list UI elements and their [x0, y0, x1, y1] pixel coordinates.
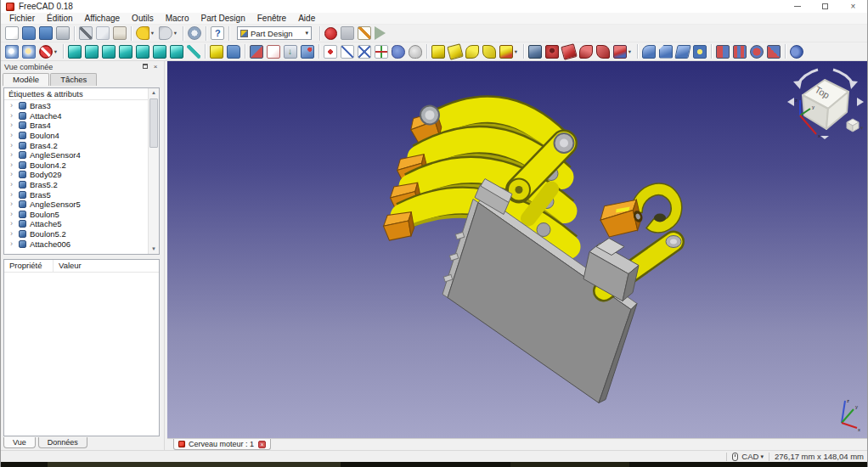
subtractive-pipe-button[interactable]: [595, 43, 611, 59]
close-button[interactable]: ×: [839, 0, 867, 13]
macro-record-button[interactable]: [324, 25, 338, 42]
nav-style-selector[interactable]: CAD: [741, 452, 758, 461]
menu-affichage[interactable]: Affichage: [79, 13, 127, 25]
measure-distance-button[interactable]: [186, 43, 201, 59]
expander-icon[interactable]: ›: [10, 191, 19, 199]
pad-button[interactable]: [431, 43, 446, 59]
expander-icon[interactable]: ›: [10, 230, 19, 238]
tree-item-boulon5[interactable]: ›Boulon5: [4, 210, 148, 220]
rotate-right-arrow-icon[interactable]: [849, 81, 858, 89]
menu-macro[interactable]: Macro: [160, 13, 195, 25]
edit-sketch-button[interactable]: [266, 43, 281, 59]
shape-binder-button[interactable]: [391, 43, 406, 59]
tree-item-attache5[interactable]: ›Attache5: [4, 219, 148, 229]
menu-part-design[interactable]: Part Design: [194, 13, 251, 25]
macro-play-button[interactable]: [374, 25, 386, 42]
scroll-down-icon[interactable]: ▼: [149, 245, 159, 254]
expander-icon[interactable]: ›: [10, 161, 19, 169]
tree-item-boulon4[interactable]: ›Boulon4: [4, 131, 148, 141]
minimize-button[interactable]: [783, 0, 811, 13]
tree-item-anglesensor4[interactable]: ›AngleSensor4: [4, 150, 148, 160]
print-button[interactable]: [55, 25, 70, 42]
tree-item-boulon4-2[interactable]: ›Boulon4.2: [4, 160, 148, 171]
redo-dropdown-icon[interactable]: ▾: [172, 30, 178, 37]
expander-icon[interactable]: ›: [10, 240, 19, 248]
menu-dition[interactable]: Édition: [41, 13, 79, 25]
expander-icon[interactable]: ›: [10, 132, 19, 139]
tree-item-bras5[interactable]: ›Bras5: [4, 189, 148, 200]
scrollbar-thumb[interactable]: [149, 98, 158, 148]
additive-pipe-button[interactable]: [482, 43, 497, 59]
3d-model[interactable]: [167, 61, 868, 438]
nav-cube-menu[interactable]: ▾: [847, 119, 864, 132]
open-file-button[interactable]: [21, 25, 37, 42]
nav-style-dropdown-icon[interactable]: ▾: [760, 453, 764, 460]
hole-button[interactable]: [544, 43, 560, 59]
property-tab-donn-es[interactable]: Données: [38, 437, 87, 448]
additive-primitive-button[interactable]: ▾: [499, 43, 520, 59]
draw-style-dropdown-icon[interactable]: ▾: [53, 48, 59, 55]
tree-item-body029[interactable]: ›Body029: [4, 170, 148, 180]
subtractive-primitive-dropdown-icon[interactable]: ▾: [627, 48, 633, 55]
expander-icon[interactable]: ›: [10, 112, 19, 120]
clone-button[interactable]: [408, 43, 423, 59]
tree-scrollbar[interactable]: ▲ ▼: [148, 88, 159, 254]
menu-fen-tre[interactable]: Fenêtre: [251, 13, 292, 25]
create-body-button[interactable]: [209, 43, 224, 59]
menu-fichier[interactable]: Fichier: [3, 13, 41, 25]
property-tab-vue[interactable]: Vue: [3, 437, 36, 448]
undo-button[interactable]: ▾: [135, 25, 156, 42]
save-button[interactable]: [38, 25, 54, 42]
nav-cube-body[interactable]: Top: [803, 80, 848, 129]
view-left-button[interactable]: [169, 43, 184, 59]
view-top-button[interactable]: [101, 43, 116, 59]
macro-edit-button[interactable]: [357, 25, 372, 42]
fit-selection-button[interactable]: [21, 43, 37, 59]
refresh-button[interactable]: [187, 25, 202, 42]
view-bottom-button[interactable]: [152, 43, 167, 59]
new-file-button[interactable]: [4, 25, 20, 42]
navigation-cube[interactable]: Top z y x ▾: [786, 63, 865, 139]
expander-icon[interactable]: ›: [10, 121, 19, 129]
menu-aide[interactable]: Aide: [292, 13, 321, 25]
nav-right-icon[interactable]: [857, 98, 864, 106]
close-panel-button[interactable]: ×: [150, 63, 161, 70]
tree-item-boulon5-2[interactable]: ›Boulon5.2: [4, 229, 148, 239]
datum-point-button[interactable]: [323, 43, 338, 59]
nav-down-icon[interactable]: [820, 136, 829, 139]
draft-button[interactable]: [675, 43, 690, 59]
expander-icon[interactable]: ›: [10, 220, 19, 228]
additive-loft-button[interactable]: [465, 43, 480, 59]
boolean-button[interactable]: [789, 43, 804, 59]
macro-stop-button[interactable]: [340, 25, 355, 42]
undo-dropdown-icon[interactable]: ▾: [149, 30, 155, 37]
view-front-button[interactable]: [84, 43, 99, 59]
chamfer-button[interactable]: [658, 43, 674, 59]
expander-icon[interactable]: ›: [10, 102, 19, 110]
workbench-dropdown-icon[interactable]: ▾: [305, 30, 308, 37]
nav-left-icon[interactable]: [787, 98, 794, 106]
additive-primitive-dropdown-icon[interactable]: ▾: [513, 48, 519, 55]
local-cs-button[interactable]: [374, 43, 389, 59]
revolution-button[interactable]: [448, 43, 463, 59]
scroll-up-icon[interactable]: ▲: [149, 88, 159, 98]
tab-mod-le[interactable]: Modèle: [3, 73, 49, 86]
3d-viewport[interactable]: Top z y x ▾ z y x: [167, 61, 868, 438]
tree-item-anglesensor5[interactable]: ›AngleSensor5: [4, 200, 148, 210]
datum-plane-button[interactable]: [357, 43, 372, 59]
workbench-selector[interactable]: Part Design ▾: [237, 26, 312, 40]
rotate-left-arrow-icon[interactable]: [793, 81, 802, 89]
view-axonometric-button[interactable]: [67, 43, 82, 59]
redo-button[interactable]: ▾: [158, 25, 179, 42]
close-document-icon[interactable]: ×: [258, 441, 266, 448]
tree-item-attache006[interactable]: ›Attache006: [4, 239, 148, 249]
datum-line-button[interactable]: [340, 43, 355, 59]
create-sketch-button[interactable]: [249, 43, 264, 59]
mirrored-button[interactable]: [715, 43, 730, 59]
tree-item-bras4-2[interactable]: ›Bras4.2: [4, 140, 148, 150]
expander-icon[interactable]: ›: [10, 211, 19, 218]
validate-sketch-button[interactable]: [300, 43, 315, 59]
copy-button[interactable]: [95, 25, 110, 42]
expander-icon[interactable]: ›: [10, 151, 19, 159]
expander-icon[interactable]: ›: [10, 200, 19, 208]
